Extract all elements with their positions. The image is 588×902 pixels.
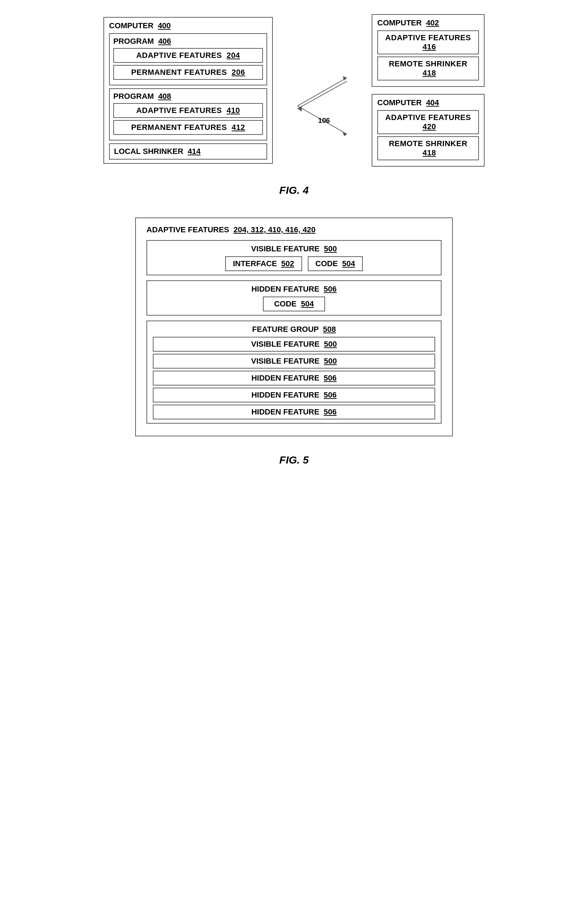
adaptive410-box: ADAPTIVE FEATURES 410: [113, 103, 263, 118]
fig4-diagram: COMPUTER 400 PROGRAM 406 ADAPTIVE FEATUR…: [21, 14, 567, 167]
adaptive416-label: ADAPTIVE FEATURES: [385, 33, 471, 42]
hidden-feature506-code-wrapper: CODE 504: [153, 296, 435, 312]
hidden-feature506-section: HIDDEN FEATURE 506 CODE 504: [147, 280, 441, 316]
computer402-title: COMPUTER 402: [377, 18, 479, 28]
feature-group508-label: FEATURE GROUP: [252, 325, 319, 334]
fig5-wrapper: ADAPTIVE FEATURES 204, 312, 410, 416, 42…: [21, 218, 567, 466]
permanent206-box: PERMANENT FEATURES 206: [113, 65, 263, 80]
fg-item5-label: HIDDEN FEATURE: [251, 407, 319, 416]
fg-item3-num: 506: [324, 374, 337, 382]
right-computers-column: COMPUTER 402 ADAPTIVE FEATURES 416 REMOT…: [372, 14, 485, 167]
feature-group-item3: HIDDEN FEATURE 506: [153, 371, 435, 385]
code504b-num: 504: [301, 299, 314, 308]
fg-item4-num: 506: [324, 390, 337, 399]
program408-title: PROGRAM 408: [113, 92, 263, 101]
remote-shrinker418b-label: REMOTE SHRINKER: [389, 139, 468, 148]
computer404-title-num: 404: [426, 98, 439, 107]
feature-group508-num: 508: [323, 325, 336, 334]
code504b-box: CODE 504: [263, 296, 325, 312]
local-shrinker-box: LOCAL SHRINKER 414: [109, 143, 267, 160]
adaptive420-box: ADAPTIVE FEATURES 420: [377, 110, 479, 134]
fig5-title-nums: 204, 312, 410, 416, 420: [234, 225, 316, 234]
fig4-caption: FIG. 4: [279, 184, 308, 196]
feature-group508-title: FEATURE GROUP 508: [153, 325, 435, 334]
program406-num: 406: [158, 37, 171, 45]
program406-title: PROGRAM 406: [113, 37, 263, 46]
program406-section: PROGRAM 406 ADAPTIVE FEATURES 204 PERMAN…: [109, 33, 267, 85]
svg-line-0: [297, 78, 347, 106]
computer404-title-text: COMPUTER: [377, 98, 422, 107]
program408-section: PROGRAM 408 ADAPTIVE FEATURES 410 PERMAN…: [109, 88, 267, 141]
feature-group-item2: VISIBLE FEATURE 500: [153, 354, 435, 368]
feature-group-item5: HIDDEN FEATURE 506: [153, 405, 435, 420]
permanent412-label: PERMANENT FEATURES: [131, 123, 227, 132]
computer404-title: COMPUTER 404: [377, 98, 479, 107]
adaptive416-box: ADAPTIVE FEATURES 416: [377, 30, 479, 54]
program406-label: PROGRAM: [113, 37, 154, 45]
remote-shrinker418b-num: 418: [422, 148, 436, 157]
adaptive420-num: 420: [422, 122, 436, 131]
permanent412-box: PERMANENT FEATURES 412: [113, 120, 263, 135]
hidden-feature506-title: HIDDEN FEATURE 506: [153, 285, 435, 294]
computer400-title-text: COMPUTER: [109, 21, 153, 30]
adaptive410-label: ADAPTIVE FEATURES: [136, 106, 222, 115]
fg-item4-label: HIDDEN FEATURE: [251, 390, 319, 399]
remote-shrinker418a-box: REMOTE SHRINKER 418: [377, 56, 479, 80]
adaptive416-num: 416: [422, 42, 436, 51]
feature-group-item1: VISIBLE FEATURE 500: [153, 337, 435, 352]
visible-feature500-row: INTERFACE 502 CODE 504: [153, 256, 435, 271]
permanent206-label: PERMANENT FEATURES: [131, 68, 227, 77]
computer402-title-num: 402: [426, 18, 439, 27]
fg-item2-num: 500: [324, 357, 337, 365]
code504a-box: CODE 504: [308, 256, 363, 271]
visible-feature500-num: 500: [324, 244, 337, 253]
remote-shrinker418a-num: 418: [422, 69, 436, 77]
svg-line-4: [297, 81, 347, 109]
computer402-title-text: COMPUTER: [377, 18, 422, 27]
computer400-title-num: 400: [158, 21, 171, 30]
fig5-title-text: ADAPTIVE FEATURES: [147, 225, 229, 234]
program408-label: PROGRAM: [113, 92, 154, 100]
adaptive204-label: ADAPTIVE FEATURES: [136, 51, 222, 60]
network-label: 106: [318, 116, 330, 125]
fig5-diagram: ADAPTIVE FEATURES 204, 312, 410, 416, 42…: [135, 218, 453, 436]
network-num: 106: [318, 116, 330, 124]
hidden-feature506-label: HIDDEN FEATURE: [251, 285, 319, 293]
fg-item1-label: VISIBLE FEATURE: [251, 340, 320, 348]
visible-feature500-section: VISIBLE FEATURE 500 INTERFACE 502 CODE 5…: [147, 240, 441, 276]
fig5-title: ADAPTIVE FEATURES 204, 312, 410, 416, 42…: [147, 225, 441, 235]
remote-shrinker418b-box: REMOTE SHRINKER 418: [377, 136, 479, 160]
local-shrinker-num: 414: [188, 147, 201, 156]
code504a-num: 504: [342, 259, 355, 268]
computer404-box: COMPUTER 404 ADAPTIVE FEATURES 420 REMOT…: [372, 94, 485, 167]
visible-feature500-title: VISIBLE FEATURE 500: [153, 244, 435, 254]
network-svg: [294, 56, 350, 155]
fig4-wrapper: COMPUTER 400 PROGRAM 406 ADAPTIVE FEATUR…: [21, 14, 567, 196]
feature-group508-section: FEATURE GROUP 508 VISIBLE FEATURE 500 VI…: [147, 321, 441, 424]
local-shrinker-label: LOCAL SHRINKER: [114, 147, 183, 156]
visible-feature500-label: VISIBLE FEATURE: [251, 244, 320, 253]
hidden-feature506-num: 506: [324, 285, 337, 293]
fg-item2-label: VISIBLE FEATURE: [251, 357, 320, 365]
computer402-box: COMPUTER 402 ADAPTIVE FEATURES 416 REMOT…: [372, 14, 485, 87]
interface502-num: 502: [281, 259, 294, 268]
fg-item3-label: HIDDEN FEATURE: [251, 374, 319, 382]
adaptive420-label: ADAPTIVE FEATURES: [385, 113, 471, 122]
interface502-label: INTERFACE: [233, 259, 277, 268]
fg-item1-num: 500: [324, 340, 337, 348]
network-arrows: 106: [294, 56, 350, 125]
permanent206-num: 206: [231, 68, 245, 77]
fig5-caption: FIG. 5: [279, 454, 308, 466]
adaptive204-box: ADAPTIVE FEATURES 204: [113, 48, 263, 63]
remote-shrinker418a-label: REMOTE SHRINKER: [389, 59, 468, 68]
code504b-label: CODE: [274, 299, 297, 308]
computer400-title: COMPUTER 400: [109, 21, 267, 30]
fg-item5-num: 506: [324, 407, 337, 416]
program408-num: 408: [158, 92, 171, 100]
permanent412-num: 412: [231, 123, 245, 132]
code504a-label: CODE: [316, 259, 338, 268]
adaptive410-num: 410: [227, 106, 240, 115]
interface502-box: INTERFACE 502: [225, 256, 302, 271]
computer400-box: COMPUTER 400 PROGRAM 406 ADAPTIVE FEATUR…: [103, 17, 273, 164]
adaptive204-num: 204: [227, 51, 240, 60]
